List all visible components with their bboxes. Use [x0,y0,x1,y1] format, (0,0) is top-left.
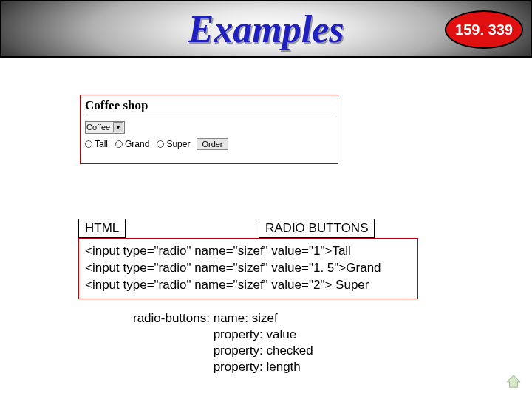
coffee-select[interactable]: Coffee ▾ [85,121,125,134]
radio-tall[interactable] [85,140,92,148]
slide-header: Examples 159. 339 [0,0,532,58]
select-row: Coffee ▾ [85,120,333,134]
label-html: HTML [78,219,126,238]
radio-super[interactable] [157,140,164,148]
radio-row: Tall Grand Super Order [85,138,333,150]
chevron-down-icon: ▾ [113,122,123,132]
radio-label: Super [166,139,190,149]
radio-label: Grand [125,139,149,149]
select-value: Coffee [86,123,110,132]
code-snippet: <input type="radio" name="sizef" value="… [78,238,418,299]
order-button[interactable]: Order [197,138,228,150]
slide-title: Examples [188,7,344,51]
code-line: <input type="radio" name="sizef" value="… [85,261,381,275]
home-icon[interactable] [505,374,522,389]
radio-label: Tall [95,139,108,149]
properties-text: radio-buttons: name: sizef property: val… [133,310,313,375]
label-radio-buttons: RADIO BUTTONS [259,219,375,238]
form-preview: Coffee shop Coffee ▾ Tall Grand Super Or… [80,95,338,164]
svg-marker-0 [507,375,520,387]
slide-number-badge: 159. 339 [445,10,523,49]
radio-grand[interactable] [115,140,123,148]
divider [85,115,333,115]
form-title: Coffee shop [85,98,333,113]
code-line: <input type="radio" name="sizef" value="… [85,278,369,292]
code-line: <input type="radio" name="sizef" value="… [85,244,351,258]
